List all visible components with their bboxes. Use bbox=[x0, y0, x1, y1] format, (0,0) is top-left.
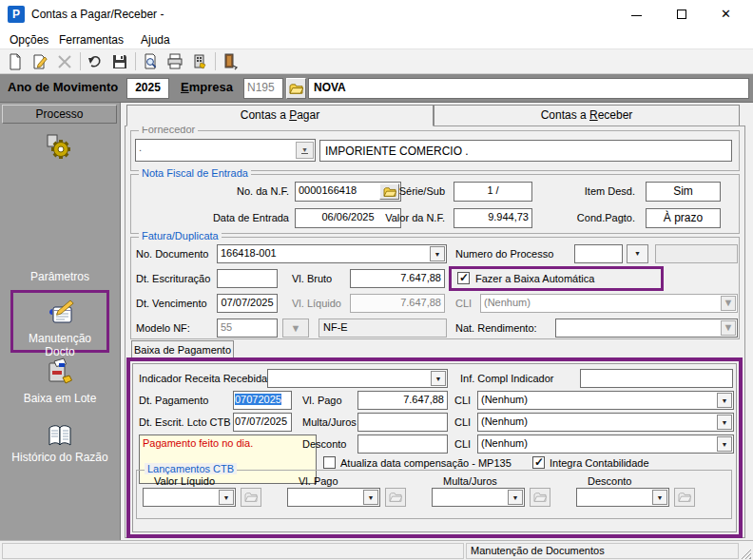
sidebar-item-parametros-label[interactable]: Parâmetros bbox=[0, 270, 120, 283]
exit-button[interactable] bbox=[219, 51, 241, 72]
empresa-name-field[interactable]: NOVA bbox=[308, 78, 749, 99]
status-left-panel bbox=[2, 543, 464, 559]
sidebar-item-manutencao-docto-label[interactable]: Manutenção Docto bbox=[13, 332, 106, 358]
item-desd-field[interactable]: Sim bbox=[646, 182, 721, 202]
lcto-vl-pago-browse[interactable] bbox=[385, 488, 406, 507]
empresa-code-field[interactable]: N195 bbox=[243, 78, 283, 99]
inf-compl-field[interactable] bbox=[580, 369, 733, 388]
vl-pago-field[interactable]: 7.647,88 bbox=[357, 391, 448, 410]
cli3-dropdown[interactable]: ▼ bbox=[717, 436, 732, 452]
edit-document-button[interactable] bbox=[29, 51, 51, 72]
toolbar-separator bbox=[80, 52, 81, 70]
sidebar-item-historico-razao[interactable] bbox=[44, 420, 76, 454]
atualiza-compensacao-label: Atualiza data compensação - MP135 bbox=[340, 457, 512, 469]
atualiza-compensacao-checkbox[interactable] bbox=[323, 456, 336, 469]
desconto-field[interactable] bbox=[357, 434, 448, 454]
chevron-down-icon: ▼ bbox=[512, 494, 519, 501]
nat-rendimento-combo[interactable] bbox=[555, 319, 738, 338]
lcto-desconto-dropdown[interactable]: ▼ bbox=[652, 490, 667, 505]
dt-escrit-lcto-field[interactable]: 07/07/2025 bbox=[233, 413, 292, 432]
delete-button[interactable] bbox=[53, 51, 76, 72]
numero-processo-dropdown[interactable]: ▼ bbox=[627, 244, 648, 263]
nota-fiscal-caption: Nota Fiscal de Entrada bbox=[139, 167, 251, 179]
close-button[interactable]: ✕ bbox=[704, 0, 748, 29]
fornecedor-dropdown-button[interactable]: ▼ bbox=[296, 142, 314, 159]
company-button[interactable] bbox=[188, 51, 211, 72]
maximize-button[interactable] bbox=[659, 0, 704, 29]
chevron-down-icon: ▼ bbox=[368, 494, 375, 501]
chevron-down-icon: ▼ bbox=[435, 376, 442, 382]
desconto-label: Desconto bbox=[302, 438, 346, 450]
valor-nf-field[interactable]: 9.944,73 bbox=[454, 208, 532, 228]
fornecedor-name-field[interactable]: IMPORIENTE COMERCIO . bbox=[319, 140, 732, 162]
chevron-down-icon: ▼ bbox=[634, 250, 641, 257]
sidebar-item-baixa-em-lote-label[interactable]: Baixa em Lote bbox=[0, 392, 120, 405]
serie-sub-field[interactable]: 1 / bbox=[454, 182, 532, 202]
open-folder-icon bbox=[678, 492, 691, 503]
menu-ferramentas[interactable]: Ferramentas bbox=[55, 31, 127, 48]
cli1-dropdown[interactable]: ▼ bbox=[717, 393, 732, 408]
vl-bruto-field[interactable]: 7.647,88 bbox=[350, 269, 445, 288]
cond-pagto-field[interactable]: À prazo bbox=[646, 208, 721, 228]
dt-escrituracao-field[interactable] bbox=[217, 269, 278, 288]
empresa-browse-button[interactable] bbox=[286, 78, 306, 99]
nf-number-label: No. da N.F. bbox=[133, 185, 289, 197]
lcto-desconto-browse[interactable] bbox=[674, 488, 695, 507]
integra-contabilidade-label: Integra Contabilidade bbox=[550, 457, 649, 469]
print-icon bbox=[166, 53, 183, 70]
cli3-label: CLI bbox=[454, 438, 471, 450]
print-button[interactable] bbox=[164, 51, 186, 72]
tab-contas-a-pagar[interactable]: Contas a Pagar bbox=[126, 105, 434, 126]
menu-ajuda[interactable]: Ajuda bbox=[137, 31, 174, 48]
numero-processo-field[interactable] bbox=[574, 244, 623, 263]
resize-grip[interactable] bbox=[741, 549, 751, 559]
undo-button[interactable] bbox=[84, 51, 106, 72]
modelo-nf-dropdown[interactable]: ▼ bbox=[282, 319, 309, 338]
tab-baixa-de-pagamento[interactable]: Baixa de Pagamento bbox=[131, 340, 234, 358]
sidebar-item-manutencao-docto[interactable] bbox=[46, 297, 78, 331]
lcto-multa-juros-browse[interactable] bbox=[530, 488, 550, 507]
cli2-dropdown[interactable]: ▼ bbox=[717, 415, 732, 430]
lcto-valor-liquido-dropdown[interactable]: ▼ bbox=[219, 490, 234, 505]
integra-contabilidade-checkbox[interactable] bbox=[532, 456, 545, 469]
cond-pagto-label: Cond.Pagto. bbox=[538, 212, 635, 223]
multa-juros-field[interactable] bbox=[357, 413, 448, 432]
dt-pagamento-field[interactable]: 07072025 bbox=[233, 391, 292, 410]
lcto-valor-liquido-browse[interactable] bbox=[241, 488, 261, 507]
fornecedor-code-combo[interactable]: . bbox=[135, 139, 316, 162]
dt-vencimento-field[interactable]: 07/07/2025 bbox=[217, 294, 278, 313]
nat-rendimento-dropdown[interactable]: ▼ bbox=[721, 320, 736, 336]
sidebar-item-baixa-em-lote[interactable] bbox=[43, 357, 75, 391]
lancamentos-caption: Lançamentos CTB bbox=[145, 463, 237, 474]
indicador-receita-combo[interactable] bbox=[267, 369, 448, 388]
inf-compl-label: Inf. Compl Indicador bbox=[460, 373, 553, 384]
tab-contas-a-receber[interactable]: Contas a Receber bbox=[434, 105, 740, 126]
no-documento-dropdown[interactable]: ▼ bbox=[430, 246, 445, 261]
indicador-receita-dropdown[interactable]: ▼ bbox=[431, 371, 446, 386]
save-button[interactable] bbox=[108, 51, 131, 72]
cli1-combo[interactable]: (Nenhum) bbox=[477, 391, 734, 410]
lcto-vl-pago-dropdown[interactable]: ▼ bbox=[363, 490, 378, 505]
ano-movimento-field[interactable]: 2025 bbox=[126, 78, 169, 99]
no-documento-combo[interactable]: 166418-001 bbox=[217, 244, 447, 263]
status-right-panel: Manutenção de Documentos bbox=[466, 543, 739, 559]
baixa-automatica-checkbox[interactable] bbox=[457, 272, 470, 284]
dt-escrituracao-label: Dt. Escrituração bbox=[136, 273, 210, 284]
selected-text: 07072025 bbox=[235, 394, 281, 405]
lcto-multa-juros-dropdown[interactable]: ▼ bbox=[508, 490, 523, 505]
new-document-button[interactable] bbox=[4, 51, 27, 72]
chevron-down-icon: ▼ bbox=[657, 494, 664, 501]
chevron-down-icon: ▼ bbox=[722, 397, 728, 404]
chevron-down-icon: ▼ bbox=[223, 494, 230, 501]
cli2-combo[interactable]: (Nenhum) bbox=[477, 413, 734, 432]
sidebar-item-parametros[interactable] bbox=[43, 131, 75, 165]
minimize-button[interactable] bbox=[614, 0, 659, 29]
sidebar-header-processo[interactable]: Processo bbox=[2, 105, 117, 124]
modelo-nf-field[interactable]: 55 bbox=[217, 319, 278, 338]
menu-opcoes[interactable]: Opções bbox=[6, 31, 52, 48]
sidebar-item-historico-razao-label[interactable]: Histórico do Razão bbox=[0, 451, 120, 464]
print-preview-button[interactable] bbox=[139, 51, 162, 72]
app-window: P Contas a Pagar/Receber - ✕ Opções Ferr… bbox=[0, 0, 753, 560]
cli3-combo[interactable]: (Nenhum) bbox=[477, 434, 734, 454]
minimize-icon bbox=[631, 15, 642, 16]
